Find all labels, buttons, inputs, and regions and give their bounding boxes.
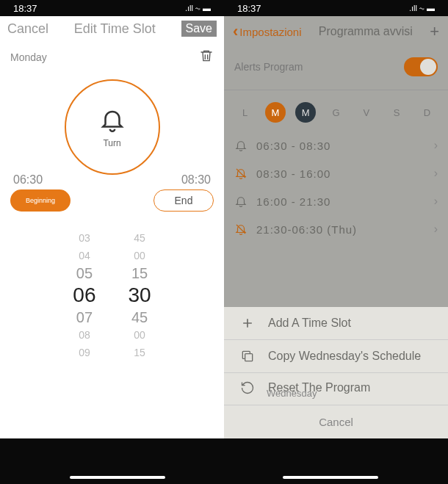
back-button[interactable]: ‹ Impostazioni [233, 22, 302, 41]
bell-icon [234, 195, 248, 208]
alerts-label: Alerts Program [234, 61, 303, 73]
slot-list: 06:30 - 08:30 › 08:30 - 16:00 › 16:00 - … [224, 131, 448, 243]
end-button[interactable]: End [153, 189, 214, 212]
status-time: 18:37 [13, 3, 37, 14]
mode-label: Turn [103, 138, 120, 148]
cancel-button[interactable]: Cancel [7, 21, 48, 37]
start-time-value: 06:30 [13, 173, 43, 187]
bell-icon [98, 106, 126, 134]
trash-icon[interactable] [199, 48, 214, 66]
status-icons: .ıll ⏦ ▬ [409, 4, 435, 12]
add-time-slot-button[interactable]: Add A Time Slot [224, 307, 448, 340]
time-slot-row[interactable]: 08:30 - 16:00 › [224, 159, 448, 187]
days-row: L M M G V S D [224, 90, 448, 131]
svg-rect-0 [245, 354, 253, 361]
beginning-button[interactable]: Beginning [10, 189, 71, 212]
chevron-right-icon: › [434, 167, 438, 180]
home-indicator [0, 476, 448, 479]
reset-icon [240, 380, 255, 395]
time-picker[interactable]: 03 04 05 06 07 08 09 45 00 15 30 45 00 1… [0, 229, 224, 361]
bell-icon [234, 139, 248, 152]
day-chip[interactable]: M [295, 102, 316, 123]
plus-icon [240, 316, 255, 331]
day-label: Monday [10, 51, 47, 63]
reset-program-button[interactable]: Reset The Program Wednesday [224, 373, 448, 405]
copy-icon [240, 349, 255, 364]
day-chip[interactable]: G [325, 102, 346, 123]
alerts-toggle[interactable] [404, 57, 438, 76]
day-chip[interactable]: D [416, 102, 437, 123]
page-title: Programma avvisi [319, 25, 413, 38]
bell-off-icon [234, 167, 248, 180]
day-chip[interactable]: L [235, 102, 256, 123]
chevron-right-icon: › [434, 195, 438, 208]
chevron-left-icon: ‹ [233, 22, 238, 41]
time-slot-row[interactable]: 21:30-06:30 (Thu) › [224, 215, 448, 243]
chevron-right-icon: › [434, 139, 438, 152]
alerts-program-row: Alerts Program [224, 47, 448, 90]
minute-column[interactable]: 45 00 15 30 45 00 15 [129, 229, 151, 361]
action-sheet: Add A Time Slot Copy Wednesday's Schedul… [224, 307, 448, 438]
page-title: Edit Time Slot [74, 21, 156, 37]
time-slot-row[interactable]: 06:30 - 08:30 › [224, 131, 448, 159]
hour-column[interactable]: 03 04 05 06 07 08 09 [73, 229, 95, 361]
end-time-value: 08:30 [181, 173, 211, 187]
day-row: Monday [0, 43, 224, 72]
copy-schedule-button[interactable]: Copy Wednesday's Schedule [224, 340, 448, 373]
save-button[interactable]: Save [181, 21, 217, 37]
mode-circle-wrap: Turn [0, 79, 224, 175]
time-slot-row[interactable]: 16:00 - 21:30 › [224, 187, 448, 215]
status-bar: 18:37 .ıll ⏦ ▬ [0, 0, 224, 16]
add-button[interactable]: + [430, 22, 439, 41]
bell-off-icon [234, 223, 248, 236]
status-time: 18:37 [237, 3, 261, 14]
chevron-right-icon: › [434, 223, 438, 236]
schedule-alerts-screen: 18:37 .ıll ⏦ ▬ ‹ Impostazioni Programma … [224, 7, 448, 438]
segment-row: Beginning End [0, 189, 224, 212]
edit-time-slot-screen: 18:37 .ıll ⏦ ▬ Cancel Edit Time Slot Sav… [0, 7, 224, 438]
day-chip[interactable]: S [386, 102, 407, 123]
cancel-button[interactable]: Cancel [224, 405, 448, 438]
day-chip[interactable]: V [356, 102, 377, 123]
status-bar: 18:37 .ıll ⏦ ▬ [224, 0, 448, 16]
day-chip[interactable]: M [265, 102, 286, 123]
mode-circle[interactable]: Turn [65, 79, 160, 175]
status-icons: .ıll ⏦ ▬ [185, 4, 211, 12]
